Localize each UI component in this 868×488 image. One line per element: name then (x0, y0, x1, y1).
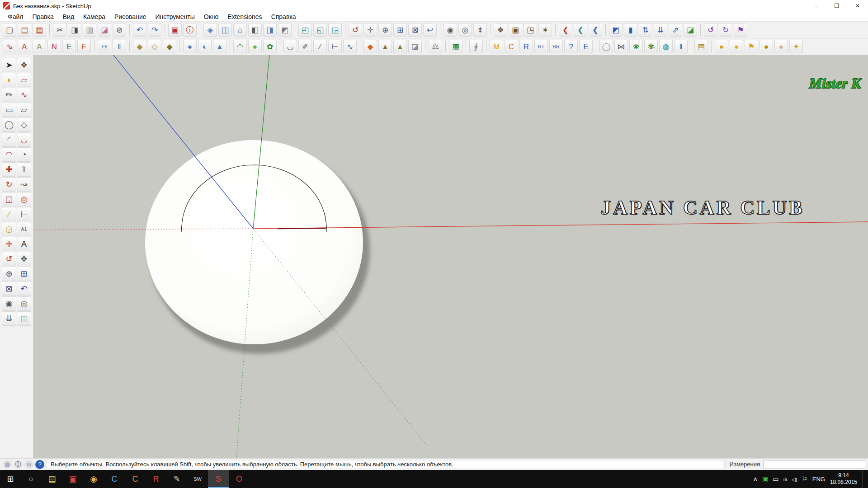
minimize-button[interactable]: – (806, 0, 826, 12)
make-component-tool-icon[interactable]: ❖ (17, 58, 31, 72)
letter-e-icon[interactable]: E (62, 40, 76, 53)
position-camera-tool-icon[interactable]: ◉ (2, 296, 16, 311)
round-m-icon[interactable]: M (490, 40, 503, 53)
follow-me-tool-icon[interactable]: ↝ (17, 177, 31, 192)
tray-green-icon[interactable]: ▣ (762, 475, 768, 483)
opera-icon[interactable]: O (229, 470, 250, 488)
tape-measure-tool-icon[interactable]: ∕ (2, 207, 16, 221)
cut-icon[interactable]: ✂ (53, 23, 66, 37)
language-indicator[interactable]: ENG (812, 476, 825, 483)
round-r-icon[interactable]: R (519, 40, 533, 53)
cone-icon[interactable]: ▲ (213, 40, 226, 53)
editor-app-icon[interactable]: ✎ (166, 470, 187, 488)
edit-component-icon[interactable]: ◳ (524, 23, 537, 37)
key-icon[interactable]: ✦ (789, 40, 803, 53)
blue-c-app-icon[interactable]: C (104, 470, 125, 488)
print-icon[interactable]: ▣ (168, 23, 182, 37)
letter-n-icon[interactable]: N (47, 40, 61, 53)
green-blue-icon[interactable]: ◪ (684, 23, 697, 37)
protractor-tool-icon[interactable]: ◶ (2, 222, 16, 236)
eraser2-icon[interactable]: ◪ (408, 40, 422, 53)
arc-tool-icon[interactable]: ◜ (2, 132, 16, 147)
round-c-icon[interactable]: C (505, 40, 518, 53)
pause-icon[interactable]: ‖ (674, 40, 688, 53)
erase-icon[interactable]: ◪ (98, 23, 111, 37)
pencil-diagonal-icon[interactable]: ✐ (298, 40, 312, 53)
section-cut-icon[interactable]: ◲ (328, 23, 342, 37)
show-desktop-button[interactable] (862, 470, 865, 488)
cylinder-top-face[interactable] (145, 140, 363, 344)
r-app-icon[interactable]: R (146, 470, 166, 488)
leaf-icon[interactable]: ✿ (263, 40, 277, 53)
restore-button[interactable]: ❐ (826, 0, 847, 12)
letter-a-olive-icon[interactable]: A (33, 40, 46, 53)
flag2-icon[interactable]: ⚑ (745, 40, 758, 53)
circle-tool-icon[interactable]: ◯ (2, 117, 16, 132)
dimension-icon[interactable]: ⊢ (328, 40, 342, 53)
model-canvas[interactable] (33, 55, 868, 458)
select-tool-icon[interactable]: ➤ (2, 58, 16, 72)
tan-ball-icon[interactable]: ● (774, 40, 788, 53)
half-sphere-icon[interactable]: ◐ (198, 40, 212, 53)
taskbar-clock[interactable]: 9:14 18.08.2015 (830, 472, 857, 486)
blue-bar-icon[interactable]: ▮ (624, 23, 637, 37)
letter-a-red-icon[interactable]: A (18, 40, 31, 53)
dimension-tool-icon[interactable]: ⊢ (17, 207, 31, 221)
yellow-ball-1-icon[interactable]: ● (715, 40, 728, 53)
chrome-icon[interactable]: ◉ (83, 470, 104, 488)
round-br-icon[interactable]: BR (549, 40, 563, 53)
apple-icon[interactable]: ● (248, 40, 262, 53)
menu-window[interactable]: Окно (200, 12, 223, 21)
make-group-icon[interactable]: ▣ (509, 23, 522, 37)
three-d-text-tool-icon[interactable]: A (17, 237, 31, 251)
open-model-icon[interactable]: ▤ (18, 23, 31, 37)
round-help-icon[interactable]: ? (564, 40, 578, 53)
rectangle-tool-icon[interactable]: ▭ (2, 103, 16, 117)
scale-balance-icon[interactable]: ⚖ (429, 40, 442, 53)
orange-diamond-icon[interactable]: ◆ (363, 40, 377, 53)
selected-edge-segment[interactable] (278, 228, 326, 229)
back-view-icon[interactable]: ◨ (263, 23, 277, 37)
oval-icon[interactable]: ◯ (599, 40, 613, 53)
axes-tool-icon[interactable]: ✛ (2, 237, 16, 251)
sw-app-icon[interactable]: SW (187, 470, 208, 488)
sort-up-icon[interactable]: ⇅ (639, 23, 652, 37)
offset-tool-icon[interactable]: ◎ (17, 192, 31, 206)
zoom-extents-icon[interactable]: ⊠ (408, 23, 422, 37)
volume-icon[interactable]: ◁) (792, 475, 797, 483)
sketchup-taskbar-icon[interactable]: S (208, 470, 229, 488)
walk-icon[interactable]: ⇟ (473, 23, 487, 37)
previous-view-icon[interactable]: ↩ (423, 23, 437, 37)
letter-f-icon[interactable]: F (77, 40, 91, 53)
arc-curve-icon[interactable]: ◡ (283, 40, 297, 53)
front-view-icon[interactable]: ⌂ (233, 23, 247, 37)
sphere-cube-icon[interactable]: ● (183, 40, 197, 53)
orbit-tool-icon[interactable]: ↺ (2, 252, 16, 266)
menu-draw[interactable]: Рисование (110, 12, 151, 21)
walk-tool-icon[interactable]: ⇊ (2, 311, 16, 326)
menu-view[interactable]: Вид (59, 12, 78, 21)
tray-chevron-icon[interactable]: ∧ (753, 475, 758, 483)
polygon-tool-icon[interactable]: ◇ (17, 117, 31, 132)
fredo6-icon[interactable]: F6 (98, 40, 111, 53)
save-model-icon[interactable]: ▦ (33, 23, 46, 37)
menu-edit[interactable]: Правка (28, 12, 57, 21)
measurements-input[interactable] (764, 460, 865, 469)
previous-view-tool-icon[interactable]: ↶ (17, 282, 31, 296)
plant1-icon[interactable]: ❀ (629, 40, 643, 53)
left-view-icon[interactable]: ◩ (278, 23, 292, 37)
green-board-icon[interactable]: ▦ (449, 40, 462, 53)
import-tool-icon[interactable]: ⇘ (3, 40, 16, 53)
cancel-icon[interactable]: ⊘ (113, 23, 126, 37)
battery-icon[interactable]: ▭ (773, 475, 778, 483)
viewport[interactable]: Mister K JAPAN CAR CLUB (33, 55, 868, 458)
start-button[interactable]: ⊞ (0, 470, 21, 488)
menu-tools[interactable]: Инструменты (151, 12, 199, 21)
new-model-icon[interactable]: ▢ (3, 23, 16, 37)
line-tool-icon[interactable]: ✏ (2, 88, 16, 102)
iso-box-2-icon[interactable]: ◇ (148, 40, 161, 53)
c-app-icon[interactable]: C (125, 470, 146, 488)
iso-box-3-icon[interactable]: ◆ (163, 40, 176, 53)
styles-icon[interactable]: ◩ (609, 23, 623, 37)
sort-down-icon[interactable]: ⇊ (654, 23, 667, 37)
